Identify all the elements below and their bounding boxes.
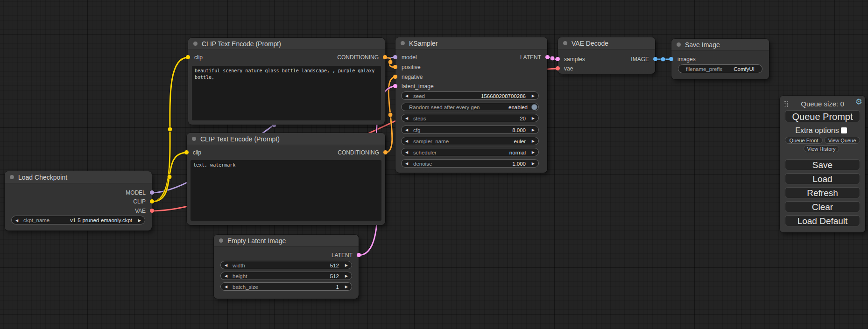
output-port-vae[interactable] xyxy=(150,209,154,213)
next-value-arrow-icon[interactable]: ▶ xyxy=(345,272,348,280)
next-value-arrow-icon[interactable]: ▶ xyxy=(345,261,348,270)
port-label: CONDITIONING xyxy=(337,53,379,62)
link-dot xyxy=(388,112,393,117)
prev-value-arrow-icon[interactable]: ◀ xyxy=(405,114,408,123)
widget-width[interactable]: ◀ width 512 ▶ xyxy=(220,261,352,269)
next-value-arrow-icon[interactable]: ▶ xyxy=(345,283,348,291)
node-clip-text-encode-positive[interactable]: CLIP Text Encode (Prompt) clip CONDITION… xyxy=(188,38,385,125)
widget-height[interactable]: ◀ height 512 ▶ xyxy=(220,272,352,280)
next-value-arrow-icon[interactable]: ▶ xyxy=(138,216,141,225)
input-port-model[interactable] xyxy=(393,55,397,59)
node-empty-latent-image[interactable]: Empty Latent Image LATENT ◀ width 512 ▶ … xyxy=(214,235,359,299)
collapse-dot-icon[interactable] xyxy=(193,42,198,46)
widget-label: width xyxy=(233,261,245,270)
output-port-conditioning[interactable] xyxy=(383,150,388,154)
widget-label: sampler_name xyxy=(413,137,449,146)
widget-scheduler[interactable]: ◀ scheduler normal ▶ xyxy=(401,148,539,156)
widget-sampler-name[interactable]: ◀ sampler_name euler ▶ xyxy=(401,137,539,145)
port-label: VAE xyxy=(135,207,146,215)
widget-ckpt-name[interactable]: ◀ ckpt_name v1-5-pruned-emaonly.ckpt ▶ xyxy=(11,216,145,224)
node-vae-decode[interactable]: VAE Decode samples IMAGE vae xyxy=(558,37,655,74)
input-port-latent-image[interactable] xyxy=(393,84,397,88)
load-button[interactable]: Load xyxy=(785,173,860,184)
widget-label: Random seed after every gen xyxy=(409,103,480,112)
input-port-clip[interactable] xyxy=(186,55,190,59)
queue-size-label: Queue size: 0 xyxy=(780,100,865,108)
refresh-button[interactable]: Refresh xyxy=(785,187,860,198)
next-value-arrow-icon[interactable]: ▶ xyxy=(532,160,535,168)
node-title: KSampler xyxy=(409,40,438,47)
next-value-arrow-icon[interactable]: ▶ xyxy=(532,148,535,157)
widget-cfg[interactable]: ◀ cfg 8.000 ▶ xyxy=(401,126,539,134)
widget-batch-size[interactable]: ◀ batch_size 1 ▶ xyxy=(220,282,352,291)
save-button[interactable]: Save xyxy=(785,159,860,170)
widget-label: scheduler xyxy=(413,148,437,157)
prev-value-arrow-icon[interactable]: ◀ xyxy=(225,283,227,291)
output-port-latent[interactable] xyxy=(545,55,550,59)
input-port-images[interactable] xyxy=(669,57,673,61)
node-title-bar: Load Checkpoint xyxy=(5,171,152,183)
port-label: samples xyxy=(564,55,585,63)
node-clip-text-encode-negative[interactable]: CLIP Text Encode (Prompt) clip CONDITION… xyxy=(187,133,385,225)
node-title: CLIP Text Encode (Prompt) xyxy=(202,40,281,48)
node-load-checkpoint[interactable]: Load Checkpoint MODEL CLIP VAE ◀ ckpt_na… xyxy=(5,171,152,231)
next-value-arrow-icon[interactable]: ▶ xyxy=(532,126,535,134)
collapse-dot-icon[interactable] xyxy=(677,42,681,47)
prompt-textarea[interactable]: beautiful scenery nature glass bottle la… xyxy=(192,66,381,120)
port-label: latent_image xyxy=(402,82,434,91)
link-dot xyxy=(167,175,172,179)
view-history-button[interactable]: View History xyxy=(804,145,839,152)
port-label: clip xyxy=(194,53,203,62)
input-port-positive[interactable] xyxy=(393,65,397,69)
collapse-dot-icon[interactable] xyxy=(10,175,14,179)
wire-clip-positive xyxy=(152,57,188,202)
prev-value-arrow-icon[interactable]: ◀ xyxy=(405,148,408,157)
next-value-arrow-icon[interactable]: ▶ xyxy=(532,137,535,146)
input-port-clip[interactable] xyxy=(184,150,189,154)
input-port-negative[interactable] xyxy=(393,75,397,79)
prev-value-arrow-icon[interactable]: ◀ xyxy=(405,160,408,168)
node-graph-canvas[interactable]: Load Checkpoint MODEL CLIP VAE ◀ ckpt_na… xyxy=(0,0,868,329)
next-value-arrow-icon[interactable]: ▶ xyxy=(532,114,535,123)
next-value-arrow-icon[interactable]: ▶ xyxy=(532,92,535,100)
input-port-vae[interactable] xyxy=(556,66,560,70)
widget-value: 20 xyxy=(520,114,526,123)
widget-denoise[interactable]: ◀ denoise 1.000 ▶ xyxy=(401,159,539,168)
prev-value-arrow-icon[interactable]: ◀ xyxy=(15,216,18,225)
output-port-image[interactable] xyxy=(653,57,657,61)
extra-options-checkbox[interactable] xyxy=(841,127,847,133)
queue-front-button[interactable]: Queue Front xyxy=(785,137,823,144)
load-default-button[interactable]: Load Default xyxy=(785,215,860,226)
view-queue-button[interactable]: View Queue xyxy=(824,137,860,144)
prev-value-arrow-icon[interactable]: ◀ xyxy=(225,272,227,280)
widget-steps[interactable]: ◀ steps 20 ▶ xyxy=(401,114,539,122)
input-port-samples[interactable] xyxy=(556,57,560,61)
output-port-latent[interactable] xyxy=(357,253,361,257)
settings-gear-icon[interactable]: ⚙ xyxy=(855,98,862,107)
queue-prompt-button[interactable]: Queue Prompt xyxy=(785,110,860,122)
widget-filename-prefix[interactable]: filename_prefix ComfyUI xyxy=(678,64,762,73)
widget-value: 156680208700286 xyxy=(481,92,526,100)
widget-value: 512 xyxy=(330,261,339,270)
prompt-textarea[interactable]: text, watermark xyxy=(191,160,381,221)
node-save-image[interactable]: Save Image images filename_prefix ComfyU… xyxy=(671,39,769,79)
prev-value-arrow-icon[interactable]: ◀ xyxy=(405,137,408,146)
widget-seed[interactable]: ◀ seed 156680208700286 ▶ xyxy=(401,91,539,100)
prev-value-arrow-icon[interactable]: ◀ xyxy=(405,92,408,100)
output-port-conditioning[interactable] xyxy=(383,55,387,59)
node-ksampler[interactable]: KSampler model LATENT positive negative … xyxy=(395,37,547,173)
clear-button[interactable]: Clear xyxy=(785,201,860,212)
node-title-bar: CLIP Text Encode (Prompt) xyxy=(188,38,385,50)
collapse-dot-icon[interactable] xyxy=(219,238,223,243)
output-port-model[interactable] xyxy=(150,190,154,195)
collapse-dot-icon[interactable] xyxy=(192,137,196,141)
collapse-dot-icon[interactable] xyxy=(563,41,567,45)
output-port-clip[interactable] xyxy=(150,199,154,203)
prev-value-arrow-icon[interactable]: ◀ xyxy=(405,126,408,134)
collapse-dot-icon[interactable] xyxy=(401,41,405,45)
widget-value: 1.000 xyxy=(512,160,526,168)
widget-random-seed-toggle[interactable]: Random seed after every gen enabled xyxy=(401,103,539,111)
node-title: Empty Latent Image xyxy=(227,237,286,245)
toggle-knob-icon[interactable] xyxy=(531,104,537,110)
prev-value-arrow-icon[interactable]: ◀ xyxy=(225,261,227,270)
